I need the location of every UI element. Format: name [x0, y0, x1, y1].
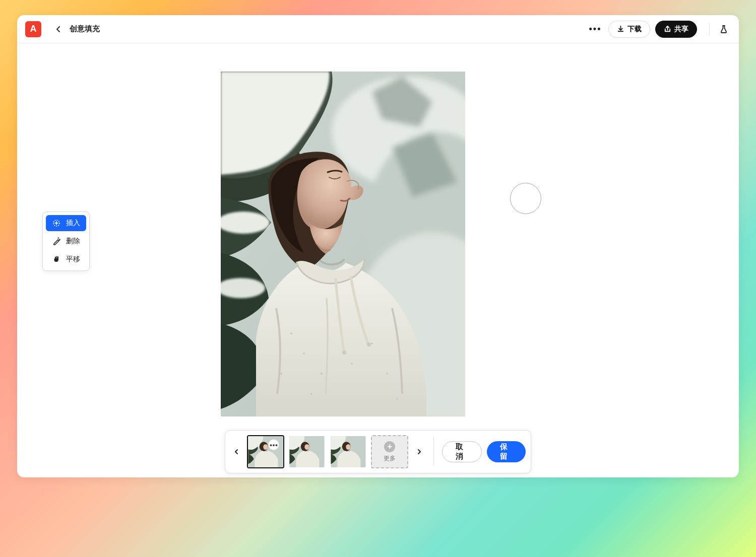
- thumbs-list: ••• + 更多: [247, 435, 408, 468]
- thumbs-prev-button[interactable]: [230, 445, 242, 459]
- svg-point-10: [303, 353, 305, 355]
- generate-more-label: 更多: [384, 454, 396, 463]
- back-button[interactable]: [50, 21, 67, 37]
- svg-point-9: [290, 332, 292, 334]
- svg-point-11: [321, 373, 322, 374]
- svg-point-13: [371, 342, 372, 344]
- beaker-icon: [719, 25, 728, 34]
- canvas-image[interactable]: [221, 72, 465, 416]
- tool-insert-label: 插入: [66, 219, 80, 228]
- labs-button[interactable]: [717, 22, 731, 36]
- divider: [709, 23, 710, 36]
- plus-icon: +: [384, 441, 395, 452]
- tool-insert[interactable]: 插入: [46, 215, 86, 231]
- divider: [433, 438, 434, 466]
- tool-delete-label: 删除: [66, 237, 80, 246]
- tool-pan-label: 平移: [66, 255, 80, 264]
- insert-icon: [52, 219, 61, 228]
- variation-thumb-2[interactable]: [288, 435, 326, 468]
- brush-cursor-indicator: [510, 183, 541, 214]
- hand-icon: [52, 255, 61, 264]
- tool-delete[interactable]: 删除: [46, 233, 86, 249]
- tool-pan[interactable]: 平移: [46, 251, 86, 267]
- download-button[interactable]: 下载: [608, 21, 650, 38]
- page-title: 创意填充: [70, 24, 100, 34]
- more-options-button[interactable]: •••: [587, 21, 603, 37]
- download-label: 下载: [627, 25, 642, 34]
- share-label: 共享: [674, 25, 688, 34]
- cancel-button[interactable]: 取消: [442, 441, 482, 462]
- share-icon: [664, 25, 671, 33]
- generate-more-button[interactable]: + 更多: [371, 435, 408, 468]
- svg-point-8: [367, 342, 371, 346]
- cancel-label: 取消: [456, 442, 468, 461]
- svg-point-17: [397, 398, 398, 400]
- svg-point-12: [351, 363, 353, 365]
- keep-button[interactable]: 保留: [487, 441, 526, 462]
- thumbs-next-button[interactable]: [413, 445, 425, 459]
- svg-point-15: [281, 373, 282, 375]
- svg-point-7: [342, 351, 346, 355]
- keep-label: 保留: [500, 442, 513, 461]
- magic-eraser-icon: [52, 237, 61, 246]
- variation-thumb-3[interactable]: [330, 435, 367, 468]
- side-toolbox: 插入 删除 平移: [42, 212, 90, 271]
- svg-point-16: [310, 393, 312, 394]
- svg-point-14: [387, 373, 388, 375]
- share-button[interactable]: 共享: [655, 21, 697, 38]
- editor-panel: A 创意填充 ••• 下载 共享 插入: [17, 15, 739, 477]
- top-bar: A 创意填充 ••• 下载 共享: [17, 15, 739, 43]
- variation-thumb-1[interactable]: •••: [247, 435, 284, 468]
- download-icon: [617, 25, 624, 33]
- adobe-logo-icon[interactable]: A: [25, 21, 41, 37]
- variation-bar: ••• + 更多 取消 保留: [225, 430, 531, 473]
